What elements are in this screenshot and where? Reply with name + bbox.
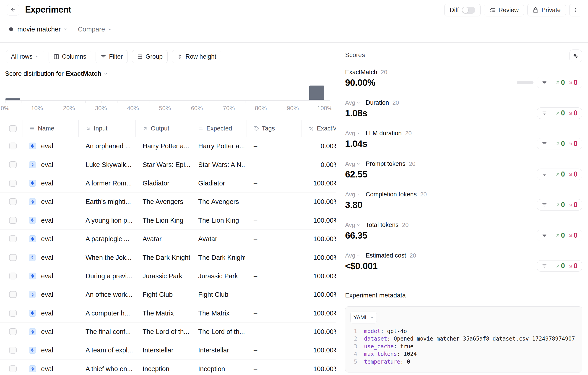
row-checkbox[interactable] [9,365,17,372]
row-checkbox[interactable] [9,235,17,242]
axis-tick [181,101,181,103]
table-row[interactable]: eval When the Jok... The Dark Knight The… [0,248,336,267]
table-row[interactable]: eval A thief who en... Inception Incepti… [0,360,336,375]
aggregation-selector[interactable]: Avg [345,221,360,229]
table-row[interactable]: eval An office work... Fight Club Fight … [0,285,336,304]
table-row[interactable]: eval During a previ... Jurassic Park Jur… [0,267,336,285]
table-row[interactable]: eval Luke Skywalk... Star Wars: Epi... S… [0,155,336,174]
score-filter-pill[interactable]: 0 0 [537,77,582,88]
row-output: The Lion King [143,217,183,224]
axis-tick-label: 0% [1,105,9,112]
row-score: 0.00% [302,161,336,168]
table-row[interactable]: eval A team of expl... Interstellar Inte… [0,341,336,359]
metadata-format-selector[interactable]: YAML [350,312,377,323]
axis-tick [69,101,69,103]
row-name: eval [41,235,53,243]
table-row[interactable]: eval A paraplegic ... Avatar Avatar – 10… [0,230,336,248]
score-filter-pill[interactable]: 0 0 [537,260,582,272]
diff-label: Diff [450,7,459,14]
score-distribution-selector[interactable]: Score distribution for ExactMatch [5,70,108,77]
filter-button[interactable]: Filter [95,50,128,63]
review-button[interactable]: Review [484,4,524,16]
score-filter-pill[interactable]: 0 0 [537,230,582,241]
score-name: Estimated cost [366,252,406,259]
row-checkbox[interactable] [9,143,17,149]
column-header-output[interactable]: Output [136,120,191,137]
score-filter-pill[interactable]: 0 0 [537,107,582,119]
axis-tick-label: 70% [223,105,235,112]
title-row: Experiment [7,4,71,16]
axis-tick-label: 60% [191,105,203,112]
score-count: 20 [409,160,415,167]
row-height-button[interactable]: Row height [172,50,221,63]
improvements-count: 0 [555,170,565,178]
table-row[interactable]: eval Earth's mighti... The Avengers The … [0,193,336,211]
row-checkbox[interactable] [9,272,17,280]
back-button[interactable] [7,4,19,16]
table-row[interactable]: eval An orphaned ... Harry Potter a... H… [0,137,336,155]
row-checkbox[interactable] [9,254,17,261]
row-input: An office work... [85,291,133,298]
row-input: An orphaned ... [85,142,131,150]
table-row[interactable]: eval A computer h... The Matrix The Matr… [0,304,336,323]
row-checkbox[interactable] [9,347,17,354]
score-filter-pill[interactable]: 0 0 [537,138,582,149]
histogram-bar [5,98,20,100]
row-input: During a previ... [85,272,132,280]
column-header-expected[interactable]: Expected [191,120,247,137]
axis-tick [117,101,117,103]
aggregation-selector[interactable]: Avg [345,252,360,259]
row-checkbox[interactable] [9,198,17,205]
columns-button[interactable]: Columns [49,50,92,63]
chevron-down-icon [104,72,108,76]
row-checkbox[interactable] [9,328,17,335]
score-name: Prompt tokens [366,160,405,167]
compare-selector[interactable]: Compare [78,26,112,33]
score-block-estimated-cost: Avg Estimated cost 20 <$0.001 0 0 [345,252,582,272]
column-header-input[interactable]: Input [79,120,136,137]
score-count: 20 [420,191,427,198]
aggregation-selector[interactable]: Avg [345,191,360,198]
column-header-tags[interactable]: Tags [247,120,302,137]
regressions-count: 0 [568,201,578,209]
group-button[interactable]: Group [132,50,168,63]
diff-toggle-button[interactable]: Diff [444,4,481,16]
axis-tick-label: 80% [255,105,267,112]
table-row[interactable]: eval A young lion p... The Lion King The… [0,211,336,230]
row-checkbox[interactable] [9,161,17,168]
arrow-left-icon [10,7,16,13]
score-filter-pill[interactable]: 0 0 [537,199,582,210]
score-block-duration: Avg Duration 20 1.08s 0 0 [345,99,582,120]
experiment-metadata-title: Experiment metadata [345,292,582,300]
score-count: 20 [405,130,412,137]
aggregation-selector[interactable]: Avg [345,130,360,137]
more-menu-button[interactable] [569,4,582,16]
row-output: Jurassic Park [143,272,182,280]
row-tags: – [254,328,257,335]
table-row[interactable]: eval The final conf... The Lord of th...… [0,323,336,341]
row-checkbox[interactable] [9,217,17,224]
all-rows-filter-button[interactable]: All rows [6,50,44,63]
experiment-name: movie matcher [17,26,61,33]
scores-settings-button[interactable] [569,50,582,62]
table-row[interactable]: eval A former Rom... Gladiator Gladiator… [0,174,336,193]
score-filter-pill[interactable]: 0 0 [537,168,582,180]
aggregation-selector[interactable]: Avg [345,99,360,106]
axis-tick [5,101,5,103]
aggregation-selector[interactable]: Avg [345,160,360,167]
diff-toggle-switch[interactable] [462,7,475,14]
axis-tick-label: 90% [287,105,299,112]
improvements-count: 0 [555,231,565,240]
row-expected: The Avengers [198,198,239,206]
row-checkbox[interactable] [9,180,17,187]
column-header-name[interactable]: Name [23,120,79,137]
row-checkbox[interactable] [9,291,17,298]
score-distribution-chart [5,85,331,100]
select-all-checkbox[interactable] [9,125,17,132]
row-tags: – [254,346,257,354]
row-checkbox[interactable] [9,310,17,317]
private-button[interactable]: Private [527,4,566,16]
column-header-exactmatch[interactable]: ExactM... [302,120,336,137]
row-output: The Matrix [143,309,174,317]
experiment-selector[interactable]: movie matcher [17,26,68,33]
